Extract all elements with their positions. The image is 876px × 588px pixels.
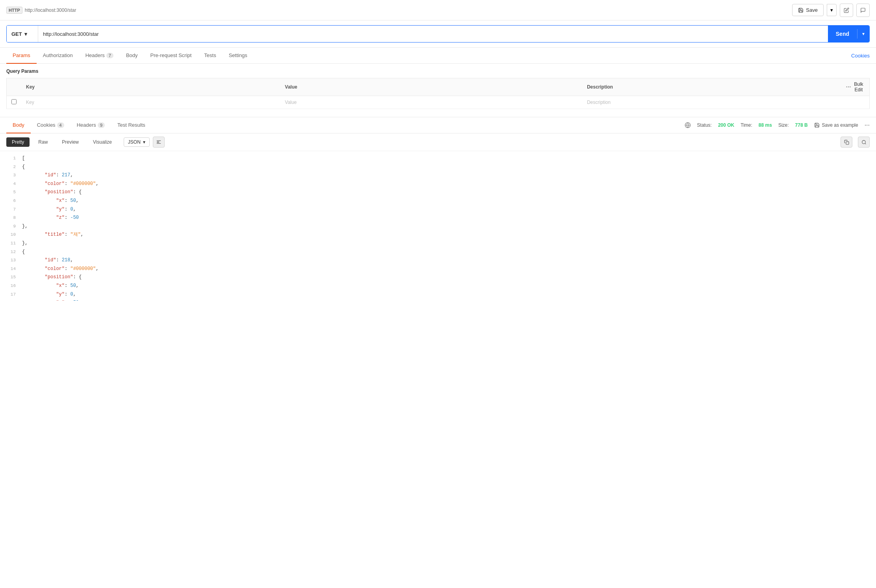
tab-settings[interactable]: Settings bbox=[223, 48, 254, 64]
topbar-actions: Save ▾ bbox=[792, 4, 870, 17]
row-actions bbox=[841, 96, 869, 109]
edit-icon-btn[interactable] bbox=[840, 4, 853, 17]
resp-tab-headers[interactable]: Headers9 bbox=[71, 117, 111, 133]
format-raw-btn[interactable]: Raw bbox=[33, 137, 53, 147]
line-number: 5 bbox=[6, 189, 22, 196]
line-content: "id": 218, bbox=[22, 256, 73, 265]
send-button[interactable]: Send ▾ bbox=[828, 26, 869, 42]
line-content: }, bbox=[22, 239, 28, 248]
response-section: Body Cookies4 Headers9 Test Results Stat… bbox=[0, 117, 876, 301]
json-line: 11 }, bbox=[0, 239, 876, 248]
method-label: GET bbox=[11, 31, 22, 37]
copy-icon bbox=[844, 140, 849, 145]
more-options-button[interactable]: ··· bbox=[865, 122, 870, 129]
cookies-link[interactable]: Cookies bbox=[851, 53, 870, 59]
save-example-button[interactable]: Save as example bbox=[814, 122, 858, 128]
send-btn-label: Send bbox=[828, 31, 857, 37]
tab-params[interactable]: Params bbox=[6, 48, 37, 64]
method-select[interactable]: GET ▾ bbox=[7, 26, 38, 42]
topbar-url: http://localhost:3000/star bbox=[25, 7, 76, 13]
line-content: "y": 0, bbox=[22, 205, 76, 214]
response-tabs: Body Cookies4 Headers9 Test Results bbox=[6, 117, 152, 133]
url-icon-area: HTTP http://localhost:3000/star bbox=[6, 7, 76, 14]
body-format-row: Pretty Raw Preview Visualize JSON ▾ bbox=[0, 133, 876, 151]
line-number: 17 bbox=[6, 291, 22, 299]
line-content: "x": 50, bbox=[22, 282, 79, 290]
save-icon bbox=[814, 122, 820, 128]
top-bar: HTTP http://localhost:3000/star Save ▾ bbox=[0, 0, 876, 20]
th-desc: Description bbox=[582, 78, 841, 96]
line-content: "z": -50 bbox=[22, 214, 79, 222]
line-number: 16 bbox=[6, 282, 22, 290]
json-line: 17 "y": 0, bbox=[0, 290, 876, 299]
format-preview-btn[interactable]: Preview bbox=[56, 137, 84, 147]
resp-cookies-badge: 4 bbox=[57, 122, 64, 128]
wrap-btn[interactable] bbox=[153, 137, 165, 148]
line-content: "title": "제", bbox=[22, 231, 84, 239]
headers-badge: 7 bbox=[106, 53, 113, 58]
line-number: 1 bbox=[6, 155, 22, 163]
time-value: 88 ms bbox=[759, 122, 772, 128]
json-viewer[interactable]: 1[2 {3 "id": 217,4 "color": "#000000",5 … bbox=[0, 151, 876, 301]
response-meta: Status: 200 OK Time: 88 ms Size: 778 B S… bbox=[685, 122, 870, 129]
json-line: 10 "title": "제", bbox=[0, 231, 876, 239]
json-line: 18 "z": -50 bbox=[0, 299, 876, 301]
json-line: 7 "y": 0, bbox=[0, 205, 876, 214]
resp-tab-body[interactable]: Body bbox=[6, 117, 31, 133]
globe-icon bbox=[685, 122, 691, 128]
wrap-icon bbox=[156, 139, 161, 145]
svg-line-7 bbox=[865, 143, 866, 144]
tab-authorization[interactable]: Authorization bbox=[37, 48, 79, 64]
line-number: 4 bbox=[6, 180, 22, 188]
copy-btn[interactable] bbox=[841, 137, 852, 148]
status-label: Status: bbox=[697, 122, 712, 128]
send-chevron[interactable]: ▾ bbox=[857, 31, 869, 37]
format-json-select[interactable]: JSON ▾ bbox=[124, 137, 150, 147]
line-number: 8 bbox=[6, 214, 22, 222]
url-bar: GET ▾ Send ▾ bbox=[6, 25, 870, 43]
response-tabs-row: Body Cookies4 Headers9 Test Results Stat… bbox=[0, 117, 876, 133]
json-line: 2 { bbox=[0, 163, 876, 172]
line-content: { bbox=[22, 163, 25, 172]
line-number: 18 bbox=[6, 299, 22, 301]
save-button[interactable]: Save bbox=[792, 4, 824, 16]
line-content: "x": 50, bbox=[22, 197, 79, 205]
line-content: }, bbox=[22, 222, 28, 231]
url-input[interactable] bbox=[38, 26, 828, 42]
format-visualize-btn[interactable]: Visualize bbox=[87, 137, 117, 147]
line-content: [ bbox=[22, 154, 25, 163]
line-number: 11 bbox=[6, 240, 22, 248]
row-checkbox-input[interactable] bbox=[11, 99, 17, 104]
row-value[interactable]: Value bbox=[280, 96, 582, 109]
row-desc[interactable]: Description bbox=[582, 96, 841, 109]
line-content: "color": "#000000", bbox=[22, 265, 98, 274]
params-table: Key Value Description ··· Bulk Edit bbox=[6, 78, 870, 109]
th-key: Key bbox=[21, 78, 280, 96]
format-pretty-btn[interactable]: Pretty bbox=[6, 137, 30, 147]
resp-tab-test-results[interactable]: Test Results bbox=[111, 117, 152, 133]
json-line: 6 "x": 50, bbox=[0, 197, 876, 205]
tab-headers[interactable]: Headers7 bbox=[79, 48, 120, 64]
resp-tab-cookies[interactable]: Cookies4 bbox=[31, 117, 71, 133]
line-content: "color": "#000000", bbox=[22, 180, 98, 189]
json-line: 16 "x": 50, bbox=[0, 282, 876, 290]
request-tabs: Params Authorization Headers7 Body Pre-r… bbox=[0, 48, 876, 64]
table-row: Key Value Description bbox=[7, 96, 870, 109]
bulk-edit-button[interactable]: Bulk Edit bbox=[853, 81, 865, 92]
more-icon: ··· bbox=[846, 83, 851, 91]
save-dropdown-chevron[interactable]: ▾ bbox=[827, 4, 837, 16]
tab-tests[interactable]: Tests bbox=[198, 48, 222, 64]
line-content: { bbox=[22, 248, 25, 257]
tab-body[interactable]: Body bbox=[120, 48, 144, 64]
tab-pre-request[interactable]: Pre-request Script bbox=[144, 48, 198, 64]
th-actions: ··· Bulk Edit bbox=[841, 78, 869, 96]
save-example-label: Save as example bbox=[822, 122, 858, 128]
search-btn[interactable] bbox=[858, 137, 870, 148]
line-number: 9 bbox=[6, 223, 22, 231]
size-value: 778 B bbox=[795, 122, 808, 128]
request-section: GET ▾ Send ▾ bbox=[0, 20, 876, 48]
comment-icon-btn[interactable] bbox=[856, 4, 870, 17]
row-key[interactable]: Key bbox=[21, 96, 280, 109]
line-number: 10 bbox=[6, 231, 22, 239]
json-line: 12 { bbox=[0, 248, 876, 257]
